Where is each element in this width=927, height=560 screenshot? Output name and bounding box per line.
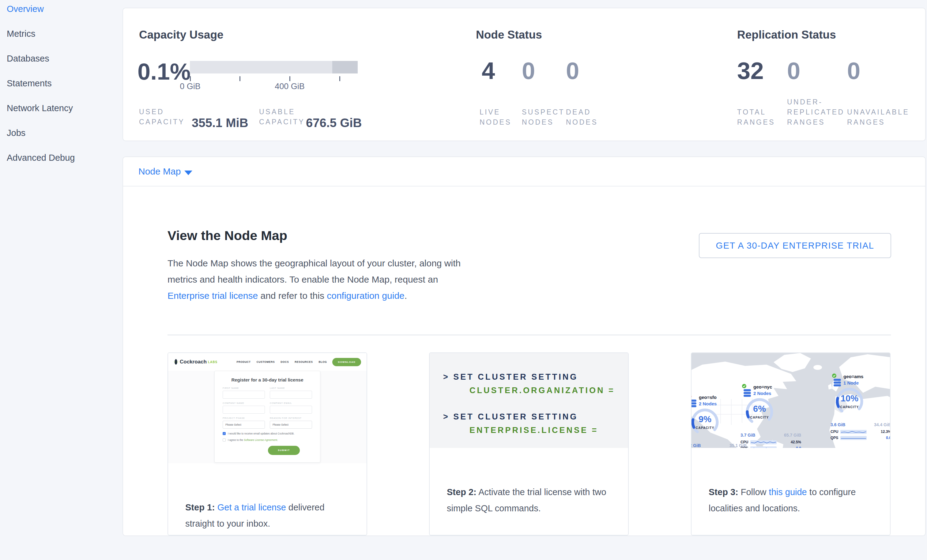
site-logo-text: Cockroach xyxy=(180,359,207,365)
sidebar-item-network-latency[interactable]: Network Latency xyxy=(0,103,123,114)
field-label: LAST NAME xyxy=(270,387,312,390)
node-status-section: Node Status 4 0 0 LIVE NODES SUSPECT NOD… xyxy=(476,8,721,141)
step1-caption: Step 1: Get a trial license delivered st… xyxy=(168,463,366,532)
step2-caption: Step 2: Activate the trial license with … xyxy=(430,448,628,516)
sidebar-item-databases[interactable]: Databases xyxy=(0,53,123,64)
qps-sparkline xyxy=(750,446,777,448)
unavailable-ranges-label: UNAVAILABLE RANGES xyxy=(847,107,909,127)
site-nav-docs: DOCS xyxy=(281,360,289,363)
sidebar-item-advanced-debug[interactable]: Advanced Debug xyxy=(0,152,123,163)
axis-tick xyxy=(339,76,340,81)
database-icon xyxy=(691,399,696,408)
cpu-value: 42.5% xyxy=(791,440,801,444)
capacity-percent: 6% xyxy=(744,404,775,414)
site-download-button: DOWNLOAD xyxy=(332,358,361,366)
unavailable-ranges-count: 0 xyxy=(847,58,860,84)
total-ranges-count: 32 xyxy=(737,58,764,84)
capacity-label: CAPACITY xyxy=(691,426,720,429)
inline-link[interactable]: Enterprise trial license xyxy=(167,291,258,300)
page-title: View the Node Map xyxy=(167,228,287,243)
sidebar-item-metrics[interactable]: Metrics xyxy=(0,29,123,39)
capacity-gauge: 6% CAPACITY xyxy=(744,396,775,427)
database-icon xyxy=(834,379,841,387)
used-capacity-label: USED CAPACITY xyxy=(139,107,185,127)
divider xyxy=(167,335,891,335)
sql-setting-line: CLUSTER.ORGANIZATION = xyxy=(443,384,628,397)
sql-commands-illustration: > SET CLUSTER SETTING CLUSTER.ORGANIZATI… xyxy=(430,353,628,448)
field-label: PROJECT PHASE xyxy=(223,417,265,419)
site-nav-blog: BLOG xyxy=(319,360,327,363)
site-nav-resources: RESOURCES xyxy=(295,360,313,363)
locality-name: geo=nyc xyxy=(753,384,772,390)
suspect-nodes-count: 0 xyxy=(522,58,535,84)
sidebar-item-overview[interactable]: Overview xyxy=(0,4,123,14)
used-gib: 3.6 GiB xyxy=(831,422,845,427)
cpu-sparkline xyxy=(750,440,777,444)
inline-link[interactable]: configuration guide xyxy=(327,291,404,300)
axis-tick xyxy=(240,76,240,81)
node-map-panel: Node Map View the Node Map The Node Map … xyxy=(123,156,926,536)
suspect-nodes-label: SUSPECT NODES xyxy=(522,107,565,127)
node-map-description: The Node Map shows the geographical layo… xyxy=(167,255,474,304)
field-label: COMPANY EMAIL xyxy=(270,402,312,404)
site-logo-suffix: LABS xyxy=(208,360,217,364)
trial-register-form: Register for a 30-day trial license FIRS… xyxy=(214,371,320,463)
qps-label: QPS xyxy=(740,446,748,448)
step3-caption: Step 3: Follow this guide to configure l… xyxy=(691,448,890,516)
site-nav-customers: CUSTOMERS xyxy=(257,360,275,363)
cluster-summary-panel: Capacity Usage 0.1% 0 GiB 400 GiB USED C… xyxy=(123,8,926,141)
usable-gib: 34.4 GiB xyxy=(874,422,890,427)
trial-license-site-screenshot: Cockroach LABS PRODUCT CUSTOMERS DOCS RE… xyxy=(168,353,366,463)
field-label: COMPANY NAME xyxy=(223,402,265,404)
site-nav-links: PRODUCT CUSTOMERS DOCS RESOURCES BLOG xyxy=(236,360,327,363)
capacity-percent: 9% xyxy=(691,414,720,424)
inline-link[interactable]: Get a trial license xyxy=(217,502,286,512)
live-nodes-count: 4 xyxy=(482,58,495,84)
checkbox-checked-icon: ✓ xyxy=(223,432,226,435)
cpu-label: CPU xyxy=(831,429,838,434)
capacity-bar-reserved-segment xyxy=(332,61,358,73)
warning-dot-icon xyxy=(691,394,692,399)
replication-status-section: Replication Status 32 0 0 TOTAL RANGES U… xyxy=(737,8,926,141)
database-icon xyxy=(743,389,751,397)
sql-command-line: > SET CLUSTER SETTING xyxy=(443,370,628,384)
node-map-selector-label[interactable]: Node Map xyxy=(138,166,181,177)
field-label: REASON FOR INTEREST xyxy=(270,417,312,419)
locality-nodes: 2 Nodes xyxy=(753,391,771,396)
capacity-label: CAPACITY xyxy=(744,416,775,419)
last-name-field xyxy=(270,391,312,399)
sql-command-line: > SET CLUSTER SETTING xyxy=(443,410,628,423)
cpu-sparkline xyxy=(840,430,867,434)
node-status-title: Node Status xyxy=(476,29,542,41)
locality-nodes: 2 Nodes xyxy=(699,401,717,406)
sidebar-item-statements[interactable]: Statements xyxy=(0,78,123,89)
capacity-percent: 10% xyxy=(834,393,865,404)
qps-label: QPS xyxy=(831,436,838,440)
sidebar-item-jobs[interactable]: Jobs xyxy=(0,127,123,138)
first-name-field xyxy=(223,391,265,399)
node-map-view-selector[interactable]: Node Map xyxy=(123,157,925,187)
qps-sparkline xyxy=(840,436,867,440)
locality-name: geo=ams xyxy=(843,374,863,379)
cpu-value: 12.3% xyxy=(881,429,890,434)
healthy-check-icon xyxy=(742,384,747,389)
inline-link[interactable]: this guide xyxy=(769,487,807,497)
company-name-field xyxy=(223,406,265,414)
step1-card: Cockroach LABS PRODUCT CUSTOMERS DOCS RE… xyxy=(167,352,367,536)
site-nav-product: PRODUCT xyxy=(236,360,251,363)
capacity-gauge: 10% CAPACITY xyxy=(834,386,865,417)
checkbox-unchecked-icon xyxy=(223,439,226,442)
used-gib: 3.2 GiB xyxy=(691,443,701,448)
submit-button: SUBMIT xyxy=(268,446,300,455)
live-nodes-label: LIVE NODES xyxy=(480,107,511,127)
replication-status-title: Replication Status xyxy=(737,29,836,41)
chevron-down-icon[interactable] xyxy=(184,170,192,175)
email-updates-checkbox-label: I would like to receive email updates ab… xyxy=(228,432,294,435)
total-ranges-label: TOTAL RANGES xyxy=(737,107,775,127)
under-replicated-ranges-label: UNDER- REPLICATED RANGES xyxy=(787,97,845,127)
locality-name: geo=sfo xyxy=(699,395,717,400)
overview-page: Overview Metrics Databases Statements Ne… xyxy=(0,0,927,560)
get-enterprise-trial-button[interactable]: GET A 30-DAY ENTERPRISE TRIAL xyxy=(699,233,891,258)
usable-gib: 65.7 GiB xyxy=(784,433,801,437)
capacity-gauge: 9% CAPACITY xyxy=(691,407,720,437)
